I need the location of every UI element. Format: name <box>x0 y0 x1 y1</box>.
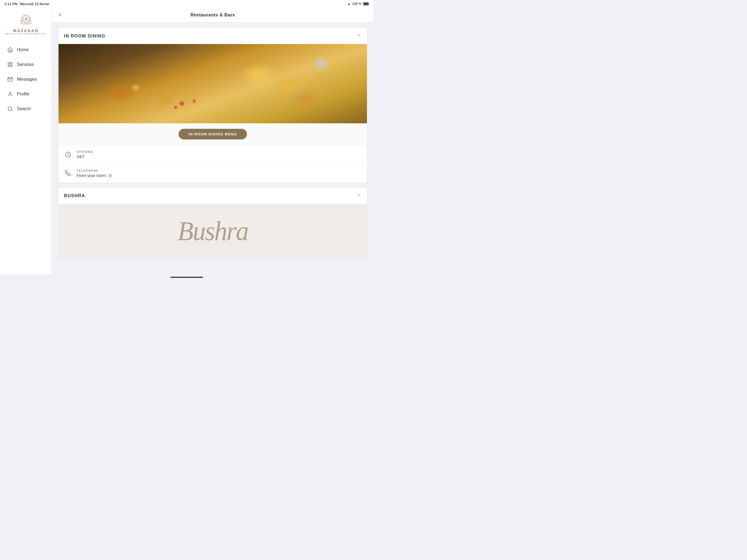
bushra-title: BUSHRA <box>64 193 85 198</box>
brand-tagline: Beach & Golf Resort Morocco <box>5 33 46 35</box>
nav-home-label: Home <box>17 47 29 52</box>
status-date: Mercredi 23 février <box>20 2 49 6</box>
page-title: Restaurants & Bars <box>190 12 235 18</box>
bushra-logo: Bushra <box>177 218 248 245</box>
bushra-chevron <box>357 193 361 199</box>
app-container: MAZAGAN Beach & Golf Resort Morocco Home <box>0 8 374 275</box>
nav-item-services[interactable]: Services <box>3 58 49 71</box>
telephone-row: TELEPHONE From your room : 0 <box>58 164 367 183</box>
nav-item-home[interactable]: Home <box>3 43 49 57</box>
nav-item-search[interactable]: Search <box>3 102 49 116</box>
services-icon <box>7 61 13 68</box>
opening-value: 24/7 <box>77 154 93 159</box>
nav-profile-label: Profile <box>17 92 29 97</box>
nav-messages-label: Messages <box>17 77 37 82</box>
opening-info: OPENING 24/7 <box>77 150 93 159</box>
status-bar: 2:12 PM Mercredi 23 février 100 % <box>0 0 374 8</box>
top-navigation: < Restaurants & Bars <box>52 8 374 22</box>
content-area: IN ROOM DINING IN-ROOM DINING MENU <box>52 22 374 275</box>
home-icon <box>7 47 13 53</box>
search-icon <box>7 106 13 112</box>
battery-level: 100 % <box>352 2 361 6</box>
food-image <box>58 44 367 123</box>
svg-point-8 <box>9 92 11 94</box>
in-room-dining-chevron <box>357 33 361 39</box>
profile-icon <box>7 91 13 97</box>
back-button[interactable]: < <box>56 9 64 20</box>
svg-rect-2 <box>364 3 368 5</box>
in-room-dining-title: IN ROOM DINING <box>64 34 106 39</box>
food-image-visual <box>58 44 367 123</box>
svg-rect-4 <box>11 62 12 64</box>
bushra-section: BUSHRA Bushra <box>58 187 367 258</box>
nav-item-profile[interactable]: Profile <box>3 87 49 101</box>
opening-label: OPENING <box>77 150 93 153</box>
telephone-value: From your room : 0 <box>77 173 111 178</box>
menu-button-container: IN-ROOM DINING MENU <box>58 123 367 145</box>
brand-logo <box>18 13 34 27</box>
telephone-info: TELEPHONE From your room : 0 <box>77 169 111 178</box>
phone-icon <box>64 169 72 177</box>
svg-rect-1 <box>368 3 369 5</box>
bushra-image: Bushra <box>58 204 367 258</box>
logo-container: MAZAGAN Beach & Golf Resort Morocco <box>5 13 46 35</box>
opening-row: OPENING 24/7 <box>58 145 367 164</box>
sidebar: MAZAGAN Beach & Golf Resort Morocco Home <box>0 8 52 275</box>
in-room-dining-header[interactable]: IN ROOM DINING <box>58 28 367 44</box>
clock-icon <box>64 150 72 159</box>
messages-icon <box>7 76 13 82</box>
home-bar <box>170 277 203 278</box>
bushra-header[interactable]: BUSHRA <box>58 187 367 204</box>
status-indicators: 100 % <box>347 2 369 6</box>
wifi-icon <box>347 2 351 6</box>
in-room-dining-section: IN ROOM DINING IN-ROOM DINING MENU <box>58 28 367 183</box>
svg-rect-6 <box>11 65 12 67</box>
navigation-menu: Home Services <box>0 43 52 116</box>
svg-rect-3 <box>8 62 10 64</box>
in-room-dining-menu-button[interactable]: IN-ROOM DINING MENU <box>179 129 247 139</box>
nav-search-label: Search <box>17 106 31 111</box>
nav-item-messages[interactable]: Messages <box>3 73 49 86</box>
nav-services-label: Services <box>17 62 34 67</box>
battery-icon <box>363 2 369 5</box>
home-indicator <box>0 275 374 280</box>
status-time-date: 2:12 PM Mercredi 23 février <box>4 2 50 6</box>
status-time: 2:12 PM <box>4 2 18 6</box>
main-content: < Restaurants & Bars IN ROOM DINING <box>52 8 374 275</box>
svg-line-10 <box>11 110 12 111</box>
telephone-label: TELEPHONE <box>77 169 111 172</box>
svg-rect-5 <box>8 65 10 67</box>
brand-name: MAZAGAN <box>13 28 38 33</box>
